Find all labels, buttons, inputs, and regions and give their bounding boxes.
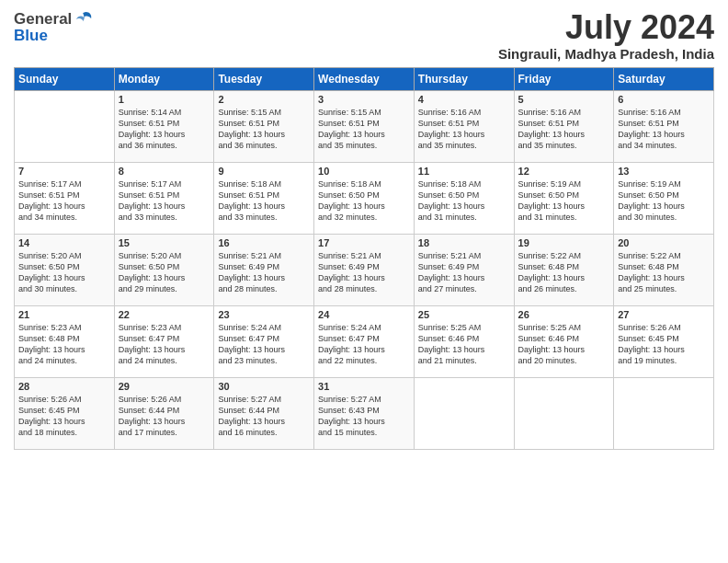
day-number: 29	[119, 381, 210, 392]
location: Singrauli, Madhya Pradesh, India	[498, 46, 714, 62]
day-info: Sunrise: 5:26 AM Sunset: 6:44 PM Dayligh…	[119, 394, 210, 439]
day-info: Sunrise: 5:17 AM Sunset: 6:51 PM Dayligh…	[18, 178, 110, 224]
week-row-2: 7Sunrise: 5:17 AM Sunset: 6:51 PM Daylig…	[15, 162, 714, 234]
day-info: Sunrise: 5:20 AM Sunset: 6:50 PM Dayligh…	[119, 250, 210, 295]
day-number: 12	[518, 166, 610, 177]
day-number: 2	[218, 94, 310, 105]
day-number: 20	[618, 237, 710, 248]
week-row-1: 1Sunrise: 5:14 AM Sunset: 6:51 PM Daylig…	[15, 90, 714, 162]
day-info: Sunrise: 5:27 AM Sunset: 6:43 PM Dayligh…	[318, 394, 410, 439]
day-cell: 4Sunrise: 5:16 AM Sunset: 6:51 PM Daylig…	[414, 90, 514, 162]
day-number: 21	[18, 309, 110, 320]
day-info: Sunrise: 5:14 AM Sunset: 6:51 PM Dayligh…	[119, 107, 210, 152]
day-cell: 9Sunrise: 5:18 AM Sunset: 6:51 PM Daylig…	[214, 162, 314, 234]
day-info: Sunrise: 5:19 AM Sunset: 6:50 PM Dayligh…	[618, 178, 710, 224]
day-info: Sunrise: 5:18 AM Sunset: 6:51 PM Dayligh…	[218, 178, 310, 224]
day-number: 7	[18, 166, 110, 177]
day-cell: 7Sunrise: 5:17 AM Sunset: 6:51 PM Daylig…	[15, 162, 115, 234]
day-cell: 3Sunrise: 5:15 AM Sunset: 6:51 PM Daylig…	[314, 90, 415, 162]
day-number: 9	[218, 166, 310, 177]
day-cell: 5Sunrise: 5:16 AM Sunset: 6:51 PM Daylig…	[514, 90, 614, 162]
day-info: Sunrise: 5:15 AM Sunset: 6:51 PM Dayligh…	[218, 107, 310, 152]
day-number: 30	[218, 381, 310, 392]
header-cell-sunday: Sunday	[15, 67, 115, 90]
day-cell: 20Sunrise: 5:22 AM Sunset: 6:48 PM Dayli…	[614, 234, 714, 305]
day-info: Sunrise: 5:18 AM Sunset: 6:50 PM Dayligh…	[418, 178, 510, 224]
day-cell: 31Sunrise: 5:27 AM Sunset: 6:43 PM Dayli…	[314, 377, 415, 449]
day-number: 6	[618, 94, 710, 105]
day-info: Sunrise: 5:22 AM Sunset: 6:48 PM Dayligh…	[618, 250, 710, 295]
day-number: 14	[18, 237, 110, 248]
header-cell-tuesday: Tuesday	[214, 67, 314, 90]
day-number: 1	[119, 94, 210, 105]
day-info: Sunrise: 5:24 AM Sunset: 6:47 PM Dayligh…	[218, 322, 310, 367]
day-cell: 11Sunrise: 5:18 AM Sunset: 6:50 PM Dayli…	[414, 162, 514, 234]
day-info: Sunrise: 5:23 AM Sunset: 6:48 PM Dayligh…	[18, 322, 110, 367]
header-cell-wednesday: Wednesday	[314, 67, 415, 90]
day-cell: 6Sunrise: 5:16 AM Sunset: 6:51 PM Daylig…	[614, 90, 714, 162]
header-cell-thursday: Thursday	[414, 67, 514, 90]
day-cell: 27Sunrise: 5:26 AM Sunset: 6:45 PM Dayli…	[614, 305, 714, 377]
logo-bird-icon	[74, 9, 94, 29]
day-number: 15	[119, 237, 210, 248]
day-info: Sunrise: 5:19 AM Sunset: 6:50 PM Dayligh…	[518, 178, 610, 224]
day-cell: 24Sunrise: 5:24 AM Sunset: 6:47 PM Dayli…	[314, 305, 415, 377]
day-cell: 17Sunrise: 5:21 AM Sunset: 6:49 PM Dayli…	[314, 234, 415, 305]
day-info: Sunrise: 5:17 AM Sunset: 6:51 PM Dayligh…	[119, 178, 210, 224]
day-cell: 29Sunrise: 5:26 AM Sunset: 6:44 PM Dayli…	[114, 377, 214, 449]
header: General Blue July 2024 Singrauli, Madhya…	[14, 9, 714, 62]
day-cell: 8Sunrise: 5:17 AM Sunset: 6:51 PM Daylig…	[114, 162, 214, 234]
calendar-header: SundayMondayTuesdayWednesdayThursdayFrid…	[15, 67, 714, 90]
day-number: 19	[518, 237, 610, 248]
day-number: 28	[18, 381, 110, 392]
day-cell: 25Sunrise: 5:25 AM Sunset: 6:46 PM Dayli…	[414, 305, 514, 377]
day-cell: 21Sunrise: 5:23 AM Sunset: 6:48 PM Dayli…	[15, 305, 115, 377]
header-cell-friday: Friday	[514, 67, 614, 90]
title-block: July 2024 Singrauli, Madhya Pradesh, Ind…	[498, 9, 714, 62]
day-info: Sunrise: 5:25 AM Sunset: 6:46 PM Dayligh…	[518, 322, 610, 367]
day-info: Sunrise: 5:18 AM Sunset: 6:50 PM Dayligh…	[318, 178, 410, 224]
day-number: 18	[418, 237, 510, 248]
day-number: 5	[518, 94, 610, 105]
day-info: Sunrise: 5:24 AM Sunset: 6:47 PM Dayligh…	[318, 322, 410, 367]
day-number: 11	[418, 166, 510, 177]
day-number: 26	[518, 309, 610, 320]
day-info: Sunrise: 5:27 AM Sunset: 6:44 PM Dayligh…	[218, 394, 310, 439]
header-cell-monday: Monday	[114, 67, 214, 90]
calendar-body: 1Sunrise: 5:14 AM Sunset: 6:51 PM Daylig…	[15, 90, 714, 449]
header-cell-saturday: Saturday	[614, 67, 714, 90]
day-number: 17	[318, 237, 410, 248]
day-info: Sunrise: 5:16 AM Sunset: 6:51 PM Dayligh…	[518, 107, 610, 152]
day-cell: 18Sunrise: 5:21 AM Sunset: 6:49 PM Dayli…	[414, 234, 514, 305]
day-number: 8	[119, 166, 210, 177]
day-number: 16	[218, 237, 310, 248]
day-cell	[614, 377, 714, 449]
day-info: Sunrise: 5:16 AM Sunset: 6:51 PM Dayligh…	[418, 107, 510, 152]
header-row: SundayMondayTuesdayWednesdayThursdayFrid…	[15, 67, 714, 90]
day-info: Sunrise: 5:16 AM Sunset: 6:51 PM Dayligh…	[618, 107, 710, 152]
day-number: 13	[618, 166, 710, 177]
day-cell: 14Sunrise: 5:20 AM Sunset: 6:50 PM Dayli…	[15, 234, 115, 305]
day-info: Sunrise: 5:20 AM Sunset: 6:50 PM Dayligh…	[18, 250, 110, 295]
day-info: Sunrise: 5:26 AM Sunset: 6:45 PM Dayligh…	[18, 394, 110, 439]
day-cell	[514, 377, 614, 449]
day-cell: 12Sunrise: 5:19 AM Sunset: 6:50 PM Dayli…	[514, 162, 614, 234]
day-info: Sunrise: 5:22 AM Sunset: 6:48 PM Dayligh…	[518, 250, 610, 295]
day-cell: 2Sunrise: 5:15 AM Sunset: 6:51 PM Daylig…	[214, 90, 314, 162]
day-info: Sunrise: 5:21 AM Sunset: 6:49 PM Dayligh…	[218, 250, 310, 295]
day-info: Sunrise: 5:21 AM Sunset: 6:49 PM Dayligh…	[418, 250, 510, 295]
day-cell: 23Sunrise: 5:24 AM Sunset: 6:47 PM Dayli…	[214, 305, 314, 377]
calendar-table: SundayMondayTuesdayWednesdayThursdayFrid…	[14, 67, 714, 450]
day-number: 10	[318, 166, 410, 177]
day-number: 24	[318, 309, 410, 320]
day-info: Sunrise: 5:25 AM Sunset: 6:46 PM Dayligh…	[418, 322, 510, 367]
day-number: 27	[618, 309, 710, 320]
day-cell: 28Sunrise: 5:26 AM Sunset: 6:45 PM Dayli…	[15, 377, 115, 449]
day-cell	[15, 90, 115, 162]
day-number: 3	[318, 94, 410, 105]
logo-general-text: General	[14, 11, 72, 29]
day-cell: 10Sunrise: 5:18 AM Sunset: 6:50 PM Dayli…	[314, 162, 415, 234]
day-cell: 1Sunrise: 5:14 AM Sunset: 6:51 PM Daylig…	[114, 90, 214, 162]
week-row-4: 21Sunrise: 5:23 AM Sunset: 6:48 PM Dayli…	[15, 305, 714, 377]
day-number: 31	[318, 381, 410, 392]
